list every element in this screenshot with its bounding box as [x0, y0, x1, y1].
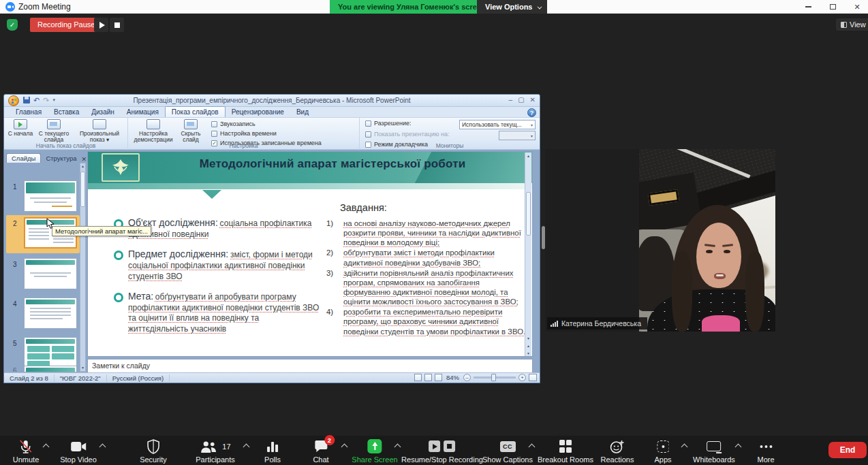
- tab-insert[interactable]: Вставка: [48, 107, 85, 117]
- minimize-button[interactable]: [799, 0, 818, 14]
- end-meeting-button[interactable]: End: [828, 442, 867, 458]
- tab-outline[interactable]: Структура: [41, 154, 81, 163]
- slide-thumbnail-4[interactable]: [24, 298, 77, 329]
- slideshow-view-icon[interactable]: [435, 374, 442, 381]
- previous-slide-icon[interactable]: ▲: [525, 342, 531, 349]
- hide-slide-icon: [184, 119, 198, 129]
- task-text: здійснити порівняльний аналіз профілакти…: [343, 269, 518, 306]
- from-beginning-button[interactable]: С начала: [7, 119, 34, 137]
- scroll-down-icon[interactable]: ▼: [80, 365, 85, 371]
- more-button[interactable]: More: [757, 438, 774, 464]
- scroll-down-icon[interactable]: ▼: [525, 335, 531, 342]
- reactions-label: Reactions: [601, 455, 634, 464]
- rehearse-timings-button[interactable]: Настройка времени: [211, 130, 277, 137]
- ppt-minimize-button[interactable]: –: [509, 96, 513, 104]
- chat-button[interactable]: 2 Chat: [313, 438, 328, 464]
- tab-view[interactable]: Вид: [290, 107, 315, 117]
- scroll-up-icon[interactable]: ▲: [525, 153, 531, 159]
- setup-slideshow-button[interactable]: Настройка демонстрации: [134, 119, 173, 144]
- show-presentation-on-row: Показать презентацию на:: [365, 131, 449, 138]
- custom-show-icon: [93, 119, 106, 129]
- video-options-chevron[interactable]: [99, 444, 106, 451]
- recording-controls[interactable]: Resume/Stop Recording: [401, 438, 483, 464]
- record-narration-button[interactable]: Звукозапись: [211, 121, 255, 127]
- slide-thumbnail-1[interactable]: [24, 180, 77, 212]
- save-icon[interactable]: [23, 97, 30, 103]
- tab-review[interactable]: Рецензирование: [226, 107, 290, 117]
- slide-sorter-icon[interactable]: [424, 374, 432, 381]
- resolution-label: Разрешение:: [374, 120, 411, 127]
- tab-slideshow[interactable]: Показ слайдов: [165, 106, 226, 117]
- resume-recording-button[interactable]: [94, 18, 108, 32]
- qat-dropdown-icon[interactable]: ▾: [52, 97, 55, 103]
- show-on-dropdown: ▾: [499, 131, 536, 140]
- apps-button[interactable]: Apps: [654, 438, 671, 464]
- stop-recording-button[interactable]: [110, 18, 124, 32]
- whiteboards-options-chevron[interactable]: [735, 444, 742, 451]
- whiteboards-button[interactable]: Whiteboards: [693, 438, 735, 464]
- ppt-maximize-button[interactable]: ▢: [518, 96, 524, 104]
- panel-scroll-thumb[interactable]: [80, 172, 85, 207]
- slide-scrollbar[interactable]: ▲ ▼ ▲ ▼: [525, 153, 531, 357]
- security-shield-icon: ✓: [7, 19, 18, 31]
- record-narration-label: Звукозапись: [220, 121, 255, 127]
- show-captions-button[interactable]: CC Show Captions: [482, 438, 533, 464]
- participants-button[interactable]: 17 Participants: [196, 438, 234, 464]
- undo-icon[interactable]: ↶: [33, 97, 40, 103]
- reactions-button[interactable]: Reactions: [601, 438, 634, 464]
- view-layout-button[interactable]: View: [836, 18, 868, 31]
- viewing-screen-banner: You are viewing Уляна Гоменюк's screen: [330, 0, 494, 14]
- slide-thumbnail-6[interactable]: [24, 366, 77, 372]
- slide-canvas[interactable]: Методологічний апарат магістерської робо…: [87, 151, 533, 357]
- slide-thumbnail-3[interactable]: [24, 258, 77, 289]
- security-button[interactable]: Security: [140, 438, 167, 464]
- chat-options-chevron[interactable]: [341, 444, 348, 451]
- help-icon[interactable]: ?: [527, 108, 536, 117]
- notes-pane[interactable]: Заметки к слайду: [87, 359, 533, 373]
- view-options-button[interactable]: View Options: [477, 0, 547, 14]
- ppt-close-button[interactable]: ✕: [530, 96, 536, 104]
- tab-animations[interactable]: Анимация: [121, 107, 165, 117]
- panel-scrollbar[interactable]: ▲ ▼: [80, 163, 86, 372]
- zoom-slider[interactable]: [474, 376, 516, 379]
- slide-scroll-thumb[interactable]: [526, 192, 531, 236]
- resume-recording-icon[interactable]: [429, 440, 441, 452]
- maximize-button[interactable]: [823, 0, 842, 14]
- office-button[interactable]: [8, 95, 19, 106]
- resolution-dropdown[interactable]: Использовать текущ... ▾: [459, 120, 536, 129]
- custom-show-button[interactable]: Произвольный показ ▾: [74, 119, 125, 144]
- zoom-out-icon[interactable]: –: [463, 374, 471, 381]
- next-slide-icon[interactable]: ▼: [525, 350, 531, 357]
- stop-video-button[interactable]: Stop Video: [60, 438, 97, 464]
- apps-options-chevron[interactable]: [681, 444, 688, 451]
- powerpoint-titlebar: ↶ ↷ ▾ Презентація_програми_емпіричного_д…: [4, 95, 540, 107]
- unmute-options-chevron[interactable]: [43, 444, 50, 451]
- band-underline: [88, 183, 532, 189]
- unmute-button[interactable]: Unmute: [13, 438, 40, 464]
- slide-thumbnail-5[interactable]: [24, 337, 77, 368]
- zoom-slider-thumb[interactable]: [491, 374, 496, 381]
- breakout-rooms-button[interactable]: Breakout Rooms: [538, 438, 593, 464]
- fit-to-window-icon[interactable]: [529, 374, 537, 381]
- close-button[interactable]: ✕: [848, 0, 867, 14]
- language-indicator[interactable]: Русский (Россия): [107, 374, 170, 382]
- redo-icon[interactable]: ↷: [43, 97, 49, 103]
- stop-recording-icon[interactable]: [444, 440, 456, 452]
- tab-home[interactable]: Главная: [10, 107, 48, 117]
- whiteboards-label: Whiteboards: [693, 455, 735, 464]
- participant-video-tile[interactable]: Катерина Бердичевська: [545, 149, 775, 332]
- normal-view-icon[interactable]: [414, 374, 422, 381]
- share-screen-button[interactable]: Share Screen: [352, 438, 397, 464]
- tab-design[interactable]: Дизайн: [85, 107, 121, 117]
- participants-options-chevron[interactable]: [243, 444, 250, 451]
- scroll-up-icon[interactable]: ▲: [80, 163, 85, 170]
- zoom-in-icon[interactable]: +: [518, 374, 526, 381]
- powerpoint-workspace: Слайды Структура ✕ 1 2: [4, 150, 540, 373]
- setup-show-label: Настройка демонстрации: [134, 130, 173, 143]
- tab-slides[interactable]: Слайды: [6, 153, 41, 163]
- from-beginning-label: С начала: [8, 130, 33, 137]
- hide-slide-button[interactable]: Скрыть слайд: [176, 119, 206, 144]
- bullet-lead: Предмет дослідження:: [128, 248, 228, 259]
- from-current-slide-button[interactable]: С текущего слайда: [35, 119, 72, 144]
- polls-button[interactable]: Polls: [264, 438, 281, 464]
